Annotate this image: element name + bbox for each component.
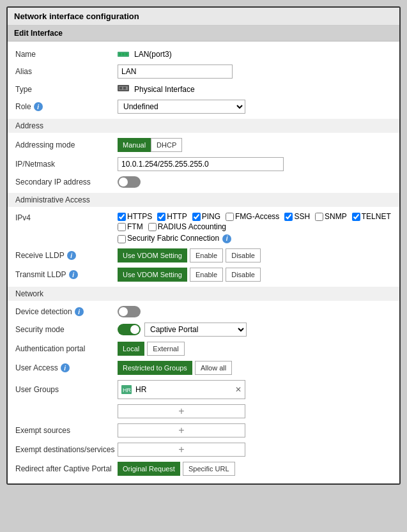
- svg-text:HR: HR: [123, 387, 131, 393]
- ping-checkbox[interactable]: [192, 213, 201, 221]
- hr-icon: HR: [121, 385, 132, 394]
- auth-portal-buttons: Local External: [118, 342, 392, 356]
- svg-rect-2: [122, 53, 125, 56]
- transmit-lldp-disable-button[interactable]: Disable: [226, 268, 261, 282]
- admin-access-section: Administrative Access: [8, 193, 399, 207]
- user-groups-add-box[interactable]: +: [118, 404, 245, 418]
- role-row: Role i Undefined LAN WAN DMZ: [15, 97, 392, 116]
- restricted-groups-button[interactable]: Restricted to Groups: [118, 361, 192, 375]
- name-text: LAN(port3): [134, 50, 172, 59]
- type-row: Type Physical Interface: [15, 81, 392, 97]
- auth-external-button[interactable]: External: [147, 342, 184, 356]
- user-groups-row: User Groups HR HR ✕: [15, 377, 392, 402]
- specific-url-button[interactable]: Specific URL: [183, 462, 235, 476]
- ip-netmask-label: IP/Netmask: [15, 160, 118, 169]
- http-checkbox[interactable]: [157, 213, 165, 221]
- ip-netmask-input[interactable]: [118, 157, 284, 171]
- transmit-lldp-label: Transmit LLDP i: [15, 270, 118, 279]
- dhcp-button[interactable]: DHCP: [151, 138, 182, 152]
- snmp-checkbox-item[interactable]: SNMP: [315, 212, 347, 221]
- user-groups-box[interactable]: HR HR ✕: [118, 380, 245, 399]
- user-groups-add: +: [118, 404, 392, 418]
- ping-checkbox-item[interactable]: PING: [192, 212, 220, 221]
- transmit-lldp-info-icon[interactable]: i: [69, 270, 78, 279]
- security-mode-value: Captive Portal: [118, 323, 392, 337]
- transmit-lldp-enable-button[interactable]: Enable: [190, 268, 223, 282]
- user-groups-value: HR HR ✕: [118, 380, 392, 399]
- security-mode-toggle[interactable]: [118, 324, 141, 335]
- telnet-checkbox-item[interactable]: TELNET: [352, 212, 391, 221]
- device-detection-toggle-switch[interactable]: [118, 306, 141, 317]
- address-section: Address: [8, 119, 399, 133]
- telnet-checkbox[interactable]: [352, 213, 360, 221]
- redirect-buttons: Original Request Specific URL: [118, 462, 392, 476]
- role-select[interactable]: Undefined LAN WAN DMZ: [118, 100, 245, 114]
- https-checkbox[interactable]: [118, 213, 126, 221]
- auth-local-button[interactable]: Local: [118, 342, 144, 356]
- ftm-checkbox[interactable]: [118, 223, 126, 231]
- device-detection-row: Device detection i: [15, 303, 392, 320]
- type-label: Type: [15, 85, 118, 94]
- receive-lldp-info-icon[interactable]: i: [67, 251, 76, 260]
- exempt-dest-box[interactable]: +: [118, 443, 245, 457]
- https-checkbox-item[interactable]: HTTPS: [118, 212, 152, 221]
- edit-interface-bar: Edit Interface: [8, 26, 399, 42]
- security-fabric-checkbox[interactable]: [118, 235, 126, 243]
- snmp-checkbox[interactable]: [315, 213, 323, 221]
- auth-portal-row: Authentication portal Local External: [15, 339, 392, 358]
- allow-all-button[interactable]: Allow all: [195, 361, 232, 375]
- addressing-mode-row: Addressing mode Manual DHCP: [15, 135, 392, 155]
- security-fabric-checkbox-item[interactable]: Security Fabric Connection: [118, 234, 219, 243]
- svg-rect-3: [125, 53, 128, 56]
- title-text: Network interface configuration: [14, 11, 139, 21]
- device-detection-toggle: [118, 306, 392, 317]
- role-info-icon[interactable]: i: [34, 102, 43, 111]
- name-row: Name LAN(port3): [15, 47, 392, 62]
- user-access-buttons: Restricted to Groups Allow all: [118, 361, 392, 375]
- svg-rect-6: [119, 87, 122, 89]
- type-text: Physical Interface: [134, 85, 195, 94]
- security-mode-select[interactable]: Captive Portal: [144, 323, 247, 337]
- exempt-sources-box[interactable]: +: [118, 423, 245, 437]
- exempt-sources-plus-icon[interactable]: +: [178, 425, 184, 436]
- ftm-checkbox-item[interactable]: FTM: [118, 222, 143, 231]
- receive-lldp-enable-button[interactable]: Enable: [190, 248, 223, 262]
- redirect-row: Redirect after Captive Portal Original R…: [15, 459, 392, 478]
- fmg-checkbox-item[interactable]: FMG-Access: [226, 212, 279, 221]
- secondary-ip-toggle-switch[interactable]: [118, 176, 141, 188]
- add-plus-icon[interactable]: +: [178, 406, 184, 417]
- fmg-checkbox[interactable]: [226, 213, 234, 221]
- user-access-info-icon[interactable]: i: [61, 363, 70, 372]
- ssh-checkbox[interactable]: [284, 213, 293, 221]
- security-fabric-info-icon[interactable]: i: [222, 234, 231, 243]
- security-mode-label: Security mode: [15, 325, 118, 334]
- form-body: Name LAN(port3) Alias: [8, 42, 399, 483]
- http-checkbox-item[interactable]: HTTP: [157, 212, 187, 221]
- remove-group-icon[interactable]: ✕: [235, 385, 242, 394]
- receive-lldp-vdom-button[interactable]: Use VDOM Setting: [118, 248, 187, 262]
- transmit-lldp-vdom-button[interactable]: Use VDOM Setting: [118, 268, 187, 282]
- ip-netmask-value: [118, 157, 392, 171]
- device-detection-info-icon[interactable]: i: [75, 307, 84, 316]
- original-request-button[interactable]: Original Request: [118, 462, 180, 476]
- user-groups-label: User Groups: [15, 385, 118, 394]
- transmit-lldp-buttons: Use VDOM Setting Enable Disable: [118, 268, 392, 282]
- manual-button[interactable]: Manual: [118, 138, 151, 152]
- exempt-sources-value: +: [118, 423, 392, 437]
- receive-lldp-disable-button[interactable]: Disable: [226, 248, 261, 262]
- receive-lldp-buttons: Use VDOM Setting Enable Disable: [118, 248, 392, 262]
- secondary-ip-row: Secondary IP address: [15, 174, 392, 190]
- exempt-dest-label: Exempt destinations/services: [15, 445, 118, 454]
- radius-checkbox-item[interactable]: RADIUS Accounting: [148, 222, 226, 231]
- role-label: Role i: [15, 102, 118, 111]
- radius-checkbox[interactable]: [148, 223, 157, 231]
- exempt-sources-label: Exempt sources: [15, 426, 118, 435]
- alias-input[interactable]: [118, 65, 233, 79]
- exempt-dest-plus-icon[interactable]: +: [178, 444, 184, 455]
- network-section: Network: [8, 287, 399, 301]
- svg-rect-7: [123, 87, 126, 89]
- name-value: LAN(port3): [118, 50, 392, 59]
- user-groups-text: HR: [135, 385, 146, 394]
- ssh-checkbox-item[interactable]: SSH: [284, 212, 310, 221]
- auth-portal-label: Authentication portal: [15, 344, 118, 353]
